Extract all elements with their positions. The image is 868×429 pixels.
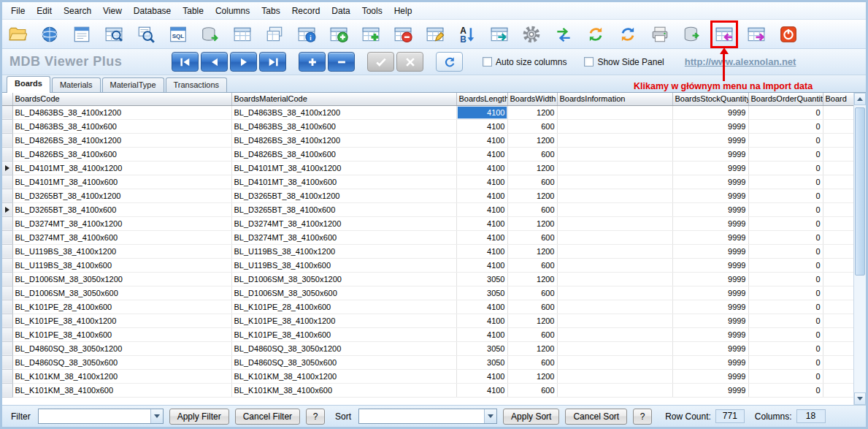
- cell[interactable]: 9999: [672, 272, 748, 286]
- sort-dropdown[interactable]: [358, 409, 497, 424]
- cell[interactable]: 9999: [672, 216, 748, 230]
- cell[interactable]: 4100: [456, 105, 507, 119]
- cell[interactable]: 600: [507, 230, 557, 244]
- cell[interactable]: 0: [748, 230, 823, 244]
- next-record-button[interactable]: [230, 52, 257, 72]
- cell[interactable]: 1200: [507, 314, 557, 327]
- scroll-up-button[interactable]: [854, 93, 866, 105]
- cell[interactable]: 600: [507, 286, 557, 300]
- cell[interactable]: 0: [748, 327, 823, 341]
- cell[interactable]: 600: [507, 327, 557, 341]
- cell[interactable]: BL_D3274MT_38_4100x600: [12, 230, 231, 244]
- row-selector[interactable]: [2, 244, 12, 258]
- row-selector[interactable]: [2, 272, 12, 286]
- cell[interactable]: BL_D4826BS_38_4100x1200: [231, 133, 456, 147]
- sql-editor-icon[interactable]: SQL: [167, 23, 189, 45]
- cell[interactable]: [557, 161, 672, 175]
- row-selector[interactable]: [2, 369, 12, 383]
- cell[interactable]: 4100: [456, 119, 507, 133]
- cell[interactable]: 1200: [507, 341, 557, 355]
- cell[interactable]: 600: [507, 147, 557, 161]
- cell[interactable]: 4100: [456, 133, 507, 147]
- filter-dropdown-button[interactable]: [150, 409, 163, 423]
- cell[interactable]: 1200: [507, 272, 557, 286]
- cancel-sort-button[interactable]: Cancel Sort: [565, 409, 627, 425]
- table-icon[interactable]: [231, 23, 253, 45]
- cell[interactable]: 0: [748, 383, 823, 397]
- cell[interactable]: 9999: [672, 327, 748, 341]
- apply-filter-button[interactable]: Apply Filter: [169, 409, 229, 425]
- cell[interactable]: [557, 327, 672, 341]
- row-selector[interactable]: [2, 175, 12, 189]
- post-edit-button[interactable]: [367, 52, 394, 72]
- column-header-boardsinformation[interactable]: BoardsInformation: [557, 93, 672, 105]
- cell[interactable]: BL_D1006SM_38_3050x600: [12, 286, 231, 300]
- cell[interactable]: BL_D1006SM_38_3050x1200: [12, 272, 231, 286]
- cell[interactable]: 1200: [507, 216, 557, 230]
- cell[interactable]: 0: [748, 369, 823, 383]
- cell[interactable]: 0: [748, 189, 823, 202]
- tab-boards[interactable]: Boards: [7, 76, 50, 93]
- print-icon[interactable]: [649, 23, 671, 45]
- form-view-icon[interactable]: [71, 23, 93, 45]
- cell[interactable]: [557, 202, 672, 216]
- cell[interactable]: 0: [748, 272, 823, 286]
- cell[interactable]: 1200: [507, 105, 557, 119]
- cell[interactable]: BL_U119BS_38_4100x600: [231, 258, 456, 272]
- cancel-filter-button[interactable]: Cancel Filter: [235, 409, 300, 425]
- column-header-boardsstockquantity[interactable]: BoardsStockQuantity: [672, 93, 748, 105]
- import-data-icon[interactable]: [713, 23, 735, 45]
- cell[interactable]: 0: [748, 175, 823, 189]
- cell[interactable]: [557, 216, 672, 230]
- delete-record-button[interactable]: [328, 52, 355, 72]
- cell[interactable]: 9999: [672, 133, 748, 147]
- row-selector[interactable]: [2, 105, 12, 119]
- cell[interactable]: BL_K101PE_38_4100x1200: [12, 314, 231, 327]
- add-record-icon[interactable]: [328, 23, 350, 45]
- menu-file[interactable]: File: [5, 4, 31, 18]
- show-side-panel-checkbox[interactable]: Show Side Panel: [584, 57, 664, 67]
- row-selector[interactable]: [2, 161, 12, 175]
- sort-dropdown-button[interactable]: [484, 409, 496, 423]
- cell[interactable]: 0: [748, 300, 823, 314]
- cell[interactable]: BL_U119BS_38_4100x600: [12, 258, 231, 272]
- export-data-icon[interactable]: [745, 23, 767, 45]
- cell[interactable]: 9999: [672, 369, 748, 383]
- cell[interactable]: BL_D4101MT_38_4100x1200: [231, 161, 456, 175]
- cell[interactable]: 0: [748, 202, 823, 216]
- cell[interactable]: BL_D4101MT_38_4100x1200: [12, 161, 231, 175]
- cell[interactable]: 1200: [507, 369, 557, 383]
- row-selector[interactable]: [2, 314, 12, 327]
- first-record-button[interactable]: [172, 52, 199, 72]
- sort-help-button[interactable]: ?: [633, 409, 652, 425]
- cell[interactable]: 4100: [456, 369, 507, 383]
- cell[interactable]: [823, 272, 853, 286]
- refresh-button[interactable]: [436, 52, 463, 72]
- row-selector[interactable]: [2, 133, 12, 147]
- find-replace-icon[interactable]: [135, 23, 157, 45]
- menu-edit[interactable]: Edit: [31, 4, 58, 18]
- cell[interactable]: 9999: [672, 175, 748, 189]
- cell[interactable]: 1200: [507, 244, 557, 258]
- cell[interactable]: 9999: [672, 161, 748, 175]
- cell[interactable]: 9999: [672, 119, 748, 133]
- cell[interactable]: [823, 161, 853, 175]
- tab-transactions[interactable]: Transactions: [166, 77, 228, 92]
- table-info-icon[interactable]: i: [296, 23, 318, 45]
- cell[interactable]: BL_D4860SQ_38_3050x600: [12, 355, 231, 369]
- tab-materialtype[interactable]: MaterialType: [102, 77, 164, 92]
- cell[interactable]: BL_D4863BS_38_4100x1200: [12, 105, 231, 119]
- cell[interactable]: BL_K101PE_28_4100x600: [231, 300, 456, 314]
- row-selector[interactable]: [2, 147, 12, 161]
- cancel-edit-button[interactable]: [396, 52, 423, 72]
- cell[interactable]: 600: [507, 383, 557, 397]
- cell[interactable]: BL_D4826BS_38_4100x600: [231, 147, 456, 161]
- cell[interactable]: 0: [748, 161, 823, 175]
- column-header-boardslength[interactable]: BoardsLength: [456, 93, 507, 105]
- row-selector[interactable]: [2, 355, 12, 369]
- cell[interactable]: [557, 383, 672, 397]
- cell[interactable]: BL_D3265BT_38_4100x1200: [231, 189, 456, 202]
- cell[interactable]: BL_K101KM_38_4100x1200: [231, 369, 456, 383]
- menu-tools[interactable]: Tools: [356, 4, 388, 18]
- options-gear-icon[interactable]: [521, 23, 542, 45]
